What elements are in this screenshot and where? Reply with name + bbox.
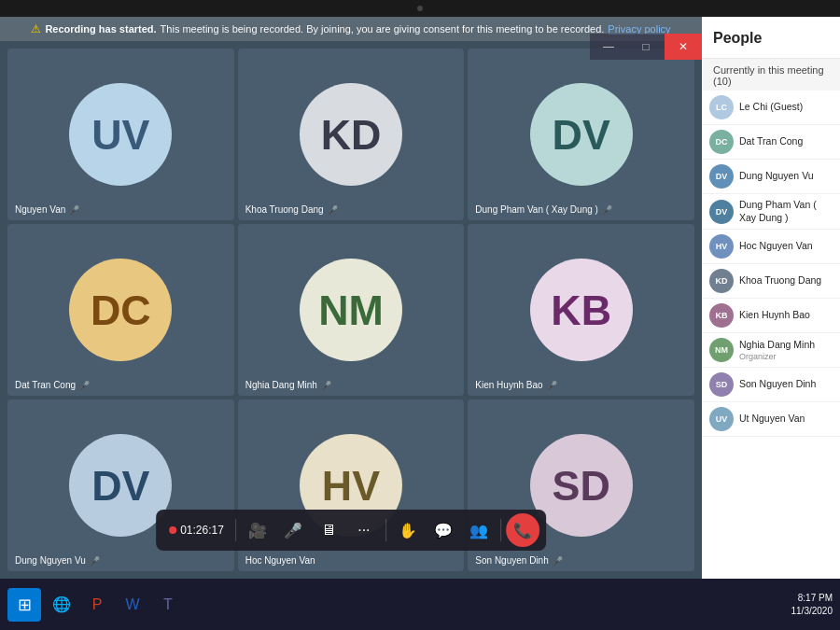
monitor-bezel-top [0, 0, 840, 17]
person-name: Hoc Nguyen Van [739, 240, 813, 253]
person-item[interactable]: DVDung Nguyen Vu [702, 160, 840, 194]
powerpoint-icon[interactable]: P [82, 590, 112, 620]
participant-name: Dung Nguyen Vu🎤 [15, 555, 100, 566]
person-name: Dung Nguyen Vu [739, 170, 814, 183]
mic-button[interactable]: 🎤 [276, 513, 310, 547]
person-item[interactable]: HVHoc Nguyen Van [702, 230, 840, 264]
participant-name: Dung Pham Van ( Xay Dung )🎤 [475, 204, 612, 215]
people-button[interactable]: 👥 [462, 513, 496, 547]
participant-cell: KDKhoa Truong Dang🎤 [238, 49, 465, 220]
recording-timer: 01:26:17 [161, 524, 231, 537]
person-avatar: DC [709, 130, 734, 154]
participant-name: Dat Tran Cong🎤 [15, 380, 90, 390]
person-avatar: DV [709, 164, 734, 189]
mic-icon: 🎤 [547, 381, 557, 390]
mic-icon: 🎤 [328, 205, 338, 215]
person-item[interactable]: LCLe Chi (Guest) [702, 91, 840, 125]
camera-button[interactable]: 🎥 [241, 513, 274, 547]
person-item[interactable]: SDSon Nguyen Dinh [702, 368, 840, 402]
screen: — □ ✕ ⚠ Recording has started. This meet… [0, 17, 840, 579]
timer-display: 01:26:17 [180, 524, 224, 537]
person-item[interactable]: DCDat Tran Cong [702, 125, 840, 160]
participant-avatar: DV [530, 83, 633, 186]
participant-avatar: NM [300, 259, 402, 361]
person-role: Organizer [739, 352, 815, 361]
person-name: Le Chi (Guest) [739, 101, 803, 114]
person-avatar: SD [709, 372, 734, 397]
participant-avatar: KB [530, 259, 633, 361]
person-item[interactable]: NMNghia Dang MinhOrganizer [702, 333, 840, 368]
person-avatar: LC [709, 95, 734, 119]
person-name: Dat Tran Cong [739, 135, 803, 148]
camera-dot [417, 6, 423, 11]
toolbar-divider-3 [500, 519, 501, 541]
chat-button[interactable]: 💬 [427, 513, 460, 547]
participant-name: Nguyen Van🎤 [15, 204, 79, 215]
person-avatar: NM [709, 338, 734, 362]
mic-icon: 🎤 [90, 556, 100, 566]
person-item[interactable]: KBKien Huynh Bao [702, 299, 840, 333]
end-call-button[interactable]: 📞 [506, 513, 539, 547]
section-label: Currently in this meeting (10) [702, 59, 840, 91]
panel-header: People [702, 17, 840, 59]
toolbar-divider-2 [385, 519, 386, 541]
raise-hand-button[interactable]: ✋ [391, 513, 425, 547]
recording-description: This meeting is being recorded. By joini… [161, 23, 605, 35]
person-item[interactable]: UVUt Nguyen Van [702, 402, 840, 437]
person-item[interactable]: KDKhoa Truong Dang [702, 264, 840, 299]
edge-icon[interactable]: 🌐 [47, 590, 77, 620]
participant-cell: NMNghia Dang Minh🎤 [238, 224, 465, 396]
recording-dot [169, 526, 176, 534]
participant-cell: KBKien Huynh Bao🎤 [468, 224, 694, 396]
person-name: Khoa Truong Dang [739, 274, 821, 287]
minimize-button[interactable]: — [590, 34, 627, 60]
more-button[interactable]: ··· [347, 513, 381, 547]
person-name: Nghia Dang Minh [739, 339, 815, 352]
participant-cell: DVDung Pham Van ( Xay Dung )🎤 [468, 49, 694, 220]
person-avatar: DV [709, 200, 734, 224]
people-panel: People Currently in this meeting (10) LC… [702, 17, 840, 579]
taskbar-right: 8:17 PM 11/3/2020 [791, 592, 833, 618]
mic-icon: 🎤 [79, 381, 90, 390]
participant-name: Son Nguyen Dinh🎤 [475, 555, 562, 566]
person-name: Ut Nguyen Van [739, 413, 805, 426]
people-list: LCLe Chi (Guest)DCDat Tran CongDVDung Ng… [702, 91, 840, 579]
mic-icon: 🎤 [602, 205, 612, 215]
share-button[interactable]: 🖥 [312, 513, 345, 547]
panel-title: People [713, 30, 829, 47]
participant-name: Nghia Dang Minh🎤 [245, 380, 331, 390]
person-name: Son Nguyen Dinh [739, 378, 816, 391]
clock-date: 11/3/2020 [791, 605, 833, 618]
recording-status: Recording has started. [45, 23, 156, 35]
monitor: — □ ✕ ⚠ Recording has started. This meet… [0, 0, 840, 630]
taskbar: ⊞ 🌐 P W T 8:17 PM 11/3/2020 [0, 579, 840, 630]
maximize-button[interactable]: □ [627, 34, 665, 60]
mic-icon: 🎤 [553, 556, 563, 566]
participant-name: Kien Huynh Bao🎤 [475, 380, 556, 390]
participant-avatar: KD [300, 83, 402, 186]
mic-icon: 🎤 [69, 205, 79, 215]
taskbar-clock: 8:17 PM 11/3/2020 [791, 592, 833, 618]
participant-name: Khoa Truong Dang🎤 [245, 204, 338, 215]
person-avatar: KB [709, 303, 734, 328]
person-item[interactable]: DVDung Pham Van ( Xay Dung ) [702, 194, 840, 230]
start-button[interactable]: ⊞ [7, 588, 41, 622]
person-name: Kien Huynh Bao [739, 309, 810, 322]
person-avatar: HV [709, 234, 734, 259]
close-button[interactable]: ✕ [665, 34, 702, 60]
word-icon[interactable]: W [118, 590, 147, 620]
participant-cell: DCDat Tran Cong🎤 [7, 224, 234, 396]
person-name: Dung Pham Van ( Xay Dung ) [739, 199, 833, 224]
teams-icon[interactable]: T [153, 590, 183, 620]
toolbar-divider-1 [235, 519, 236, 541]
mic-icon: 🎤 [321, 381, 331, 390]
participant-avatar: UV [69, 83, 172, 186]
participant-cell: UVNguyen Van🎤 [7, 49, 234, 220]
participant-grid: UVNguyen Van🎤KDKhoa Truong Dang🎤DVDung P… [0, 41, 702, 579]
meeting-toolbar: 01:26:17 🎥 🎤 🖥 ··· ✋ 💬 👥 📞 [156, 510, 546, 551]
clock-time: 8:17 PM [791, 592, 833, 605]
participant-name: Hoc Nguyen Van [245, 555, 315, 566]
meeting-area: ⚠ Recording has started. This meeting is… [0, 17, 702, 579]
person-avatar: KD [709, 269, 734, 293]
window-controls: — □ ✕ [590, 34, 702, 60]
